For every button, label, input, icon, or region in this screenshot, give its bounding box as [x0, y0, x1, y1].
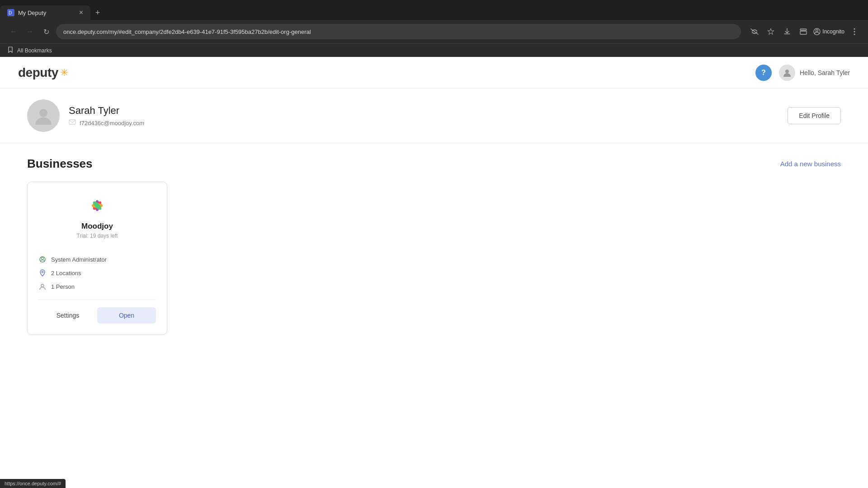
profile-email: f72d436c@moodjoy.com	[80, 120, 144, 127]
profile-left: Sarah Tyler f72d436c@moodjoy.com	[27, 99, 144, 132]
profile-name: Sarah Tyler	[69, 105, 144, 117]
svg-point-24	[41, 284, 44, 287]
businesses-section: Businesses Add a new business	[0, 143, 868, 348]
app-header: deputy ✳ ? Hello, Sarah Tyler	[0, 57, 868, 89]
tab-favicon: D	[7, 9, 14, 16]
tab-close-button[interactable]: ×	[79, 9, 83, 16]
business-card: Moodjoy Trial: 19 days left System Admin…	[27, 182, 167, 335]
layout-icon[interactable]	[797, 25, 810, 38]
status-url: https://once.deputy.com/#	[5, 481, 61, 486]
profile-info: Sarah Tyler f72d436c@moodjoy.com	[69, 105, 144, 127]
person-icon	[38, 282, 47, 291]
download-icon[interactable]	[781, 25, 793, 38]
business-logo-icon	[85, 193, 110, 218]
app-container: deputy ✳ ? Hello, Sarah Tyler Sarah Tyle…	[0, 57, 868, 488]
svg-rect-11	[69, 120, 75, 124]
profile-avatar	[27, 99, 60, 132]
menu-button[interactable]	[848, 25, 861, 38]
svg-point-8	[854, 34, 855, 35]
svg-point-6	[854, 28, 855, 30]
business-name: Moodjoy	[81, 222, 113, 231]
location-icon	[38, 269, 47, 277]
svg-point-10	[39, 109, 47, 117]
persons-row: 1 Person	[38, 282, 156, 291]
refresh-button[interactable]: ↻	[40, 25, 52, 38]
incognito-label: Incognito	[813, 28, 844, 35]
card-actions: Settings Open	[38, 300, 156, 324]
browser-nav-bar: ← → ↻ Incognito	[0, 20, 868, 43]
logo-text: deputy	[18, 66, 58, 80]
bookmarks-icon	[7, 47, 14, 54]
header-right: ? Hello, Sarah Tyler	[755, 65, 850, 81]
businesses-title: Businesses	[27, 157, 93, 171]
tab-title: My Deputy	[18, 9, 75, 16]
persons-text: 1 Person	[51, 283, 75, 290]
svg-rect-3	[800, 31, 807, 34]
browser-tab-active[interactable]: D My Deputy ×	[0, 5, 90, 20]
add-business-button[interactable]: Add a new business	[780, 160, 841, 168]
svg-point-23	[42, 271, 43, 273]
back-button[interactable]: ←	[7, 25, 20, 38]
bookmarks-bar: All Bookmarks	[0, 43, 868, 57]
trial-text: Trial: 19 days left	[77, 233, 118, 239]
user-avatar	[779, 65, 795, 81]
email-icon	[69, 119, 76, 127]
deputy-logo: deputy ✳	[18, 66, 68, 80]
role-text: System Administrator	[51, 256, 107, 263]
svg-point-22	[42, 258, 44, 260]
status-bar: https://once.deputy.com/#	[0, 479, 66, 488]
svg-point-7	[854, 31, 855, 33]
address-bar[interactable]	[56, 24, 741, 39]
browser-tabs: D My Deputy × +	[0, 0, 868, 20]
role-row: System Administrator	[38, 255, 156, 263]
card-logo-area: Moodjoy Trial: 19 days left	[38, 193, 156, 246]
open-button[interactable]: Open	[97, 307, 156, 324]
star-icon[interactable]	[764, 25, 777, 38]
bookmarks-label[interactable]: All Bookmarks	[17, 47, 52, 54]
logo-star-icon: ✳	[60, 67, 68, 79]
settings-button[interactable]: Settings	[38, 307, 97, 324]
edit-profile-button[interactable]: Edit Profile	[788, 107, 841, 124]
help-button[interactable]: ?	[755, 65, 772, 81]
card-details: System Administrator 2 Locations 1 Perso…	[38, 252, 156, 291]
role-icon	[38, 255, 47, 263]
greeting-text: Hello, Sarah Tyler	[800, 69, 850, 76]
svg-rect-2	[800, 29, 807, 30]
new-tab-button[interactable]: +	[90, 5, 105, 20]
browser-chrome: D My Deputy × + ← → ↻ In	[0, 0, 868, 57]
forward-button[interactable]: →	[24, 25, 36, 38]
user-greeting: Hello, Sarah Tyler	[779, 65, 850, 81]
svg-point-9	[785, 70, 789, 73]
nav-icons: Incognito	[748, 25, 861, 38]
locations-row: 2 Locations	[38, 269, 156, 277]
profile-email-row: f72d436c@moodjoy.com	[69, 119, 144, 127]
svg-point-5	[816, 30, 818, 32]
business-cards-container: Moodjoy Trial: 19 days left System Admin…	[27, 182, 841, 335]
locations-text: 2 Locations	[51, 270, 81, 277]
profile-section: Sarah Tyler f72d436c@moodjoy.com Edit Pr…	[0, 89, 868, 143]
eyeoff-icon[interactable]	[748, 25, 761, 38]
businesses-header: Businesses Add a new business	[27, 157, 841, 171]
svg-text:D: D	[9, 10, 12, 15]
